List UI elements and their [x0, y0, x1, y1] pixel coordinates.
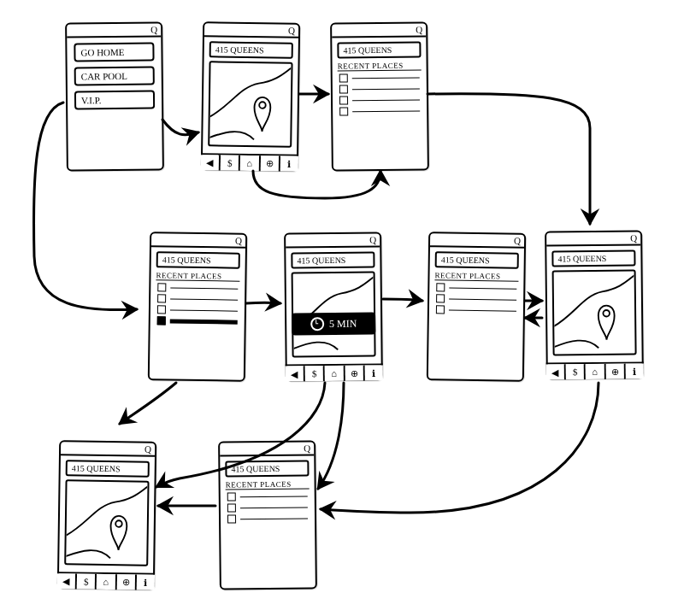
- search-icon[interactable]: Q: [416, 24, 422, 34]
- car-pool-button[interactable]: CAR POOL: [74, 67, 155, 86]
- search-icon[interactable]: Q: [235, 236, 242, 246]
- tab-bar: ◀ $ ⌂ ⊕ ℹ: [546, 361, 644, 379]
- clock-icon: [310, 317, 324, 331]
- search-icon[interactable]: Q: [304, 443, 310, 453]
- tab-back[interactable]: ◀: [286, 366, 305, 381]
- search-icon[interactable]: Q: [288, 26, 295, 36]
- status-bar: Q: [67, 23, 161, 38]
- list-item[interactable]: [436, 305, 516, 314]
- vip-button[interactable]: V.I.P.: [74, 91, 155, 110]
- tab-fare[interactable]: $: [221, 155, 240, 171]
- tab-bar: ◀ $ ⌂ ⊕ ℹ: [286, 363, 383, 381]
- screen-recent-short-2: Q 415 QUEENS RECENT PLACES: [218, 440, 317, 590]
- list-item[interactable]: [339, 73, 420, 83]
- tab-home[interactable]: ⌂: [240, 155, 260, 171]
- tab-back[interactable]: ◀: [57, 573, 77, 589]
- search-icon[interactable]: Q: [369, 234, 376, 244]
- tab-home[interactable]: ⌂: [586, 364, 605, 379]
- screen-map-address-2: Q 415 QUEENS ◀ $ ⌂ ⊕ ℹ: [545, 230, 644, 379]
- status-bar: Q: [546, 232, 640, 246]
- list-item[interactable]: [227, 492, 308, 502]
- recent-header: RECENT PLACES: [226, 479, 310, 490]
- list-item[interactable]: [227, 514, 308, 524]
- recent-header: RECENT PLACES: [434, 271, 518, 281]
- status-bar: Q: [151, 233, 245, 249]
- screen-map-eta: Q 415 QUEENS 5 MIN ◀ $ ⌂ ⊕ ℹ: [284, 232, 383, 381]
- tab-bar: ◀ $ ⌂ ⊕ ℹ: [201, 153, 298, 172]
- recent-header: RECENT PLACES: [338, 61, 422, 71]
- search-icon[interactable]: Q: [630, 232, 637, 243]
- tab-back[interactable]: ◀: [546, 364, 566, 379]
- svg-point-0: [259, 102, 266, 109]
- list-item[interactable]: [339, 107, 420, 116]
- tab-info[interactable]: ℹ: [280, 155, 298, 171]
- screen-recent-short: Q 415 QUEENS RECENT PLACES: [427, 232, 526, 382]
- address-field[interactable]: 415 QUEENS: [156, 251, 240, 268]
- list-item[interactable]: [436, 294, 516, 303]
- search-icon[interactable]: Q: [144, 444, 151, 455]
- eta-label: 5 MIN: [329, 317, 357, 330]
- go-home-button[interactable]: GO HOME: [74, 43, 154, 62]
- tab-info[interactable]: ℹ: [137, 574, 155, 590]
- address-field[interactable]: 415 QUEENS: [209, 41, 293, 58]
- tab-bar: ◀ $ ⌂ ⊕ ℹ: [57, 572, 155, 590]
- list-item-selected[interactable]: [157, 316, 238, 326]
- list-item[interactable]: [227, 503, 308, 513]
- status-bar: Q: [220, 442, 314, 456]
- search-icon[interactable]: Q: [150, 24, 157, 34]
- screen-home-menu: Q GO HOME CAR POOL V.I.P.: [65, 21, 164, 171]
- tab-info[interactable]: ℹ: [365, 365, 383, 380]
- list-item[interactable]: [339, 96, 420, 105]
- status-bar: Q: [286, 233, 380, 248]
- address-field[interactable]: 415 QUEENS: [225, 460, 309, 477]
- map-view[interactable]: [552, 269, 637, 355]
- recent-header: RECENT PLACES: [156, 271, 239, 281]
- address-field[interactable]: 415 QUEENS: [291, 251, 374, 268]
- tab-locate[interactable]: ⊕: [260, 155, 280, 171]
- tab-back[interactable]: ◀: [201, 155, 221, 170]
- tab-locate[interactable]: ⊕: [605, 364, 625, 379]
- svg-point-2: [115, 520, 122, 527]
- tab-fare[interactable]: $: [566, 364, 586, 379]
- status-bar: Q: [332, 23, 426, 38]
- tab-home[interactable]: ⌂: [325, 366, 345, 381]
- map-view[interactable]: [208, 61, 292, 147]
- tab-fare[interactable]: $: [77, 574, 97, 590]
- tab-locate[interactable]: ⊕: [345, 366, 364, 381]
- tab-info[interactable]: ℹ: [626, 363, 644, 378]
- status-bar: Q: [430, 233, 524, 249]
- list-item[interactable]: [157, 283, 238, 292]
- svg-point-1: [603, 310, 610, 317]
- tab-fare[interactable]: $: [305, 366, 325, 381]
- list-item[interactable]: [339, 85, 420, 94]
- screen-recent-list: Q 415 QUEENS RECENT PLACES: [330, 21, 429, 171]
- tab-home[interactable]: ⌂: [97, 574, 116, 590]
- address-field[interactable]: 415 QUEENS: [337, 41, 421, 58]
- list-item[interactable]: [157, 294, 238, 303]
- address-field[interactable]: 415 QUEENS: [551, 249, 635, 267]
- list-item[interactable]: [157, 305, 238, 314]
- map-view[interactable]: [64, 479, 149, 566]
- screen-map-address: Q 415 QUEENS ◀ $ ⌂ ⊕ ℹ: [201, 21, 300, 172]
- status-bar: Q: [61, 442, 155, 457]
- screen-map-address-3: Q 415 QUEENS ◀ $ ⌂ ⊕ ℹ: [57, 440, 156, 590]
- search-icon[interactable]: Q: [514, 236, 521, 246]
- tab-locate[interactable]: ⊕: [116, 574, 136, 590]
- eta-overlay: 5 MIN: [292, 312, 375, 335]
- address-field[interactable]: 415 QUEENS: [66, 460, 150, 477]
- status-bar: Q: [204, 23, 298, 38]
- address-field[interactable]: 415 QUEENS: [435, 251, 519, 268]
- screen-recent-selected: Q 415 QUEENS RECENT PLACES: [148, 232, 247, 382]
- list-item[interactable]: [436, 283, 516, 292]
